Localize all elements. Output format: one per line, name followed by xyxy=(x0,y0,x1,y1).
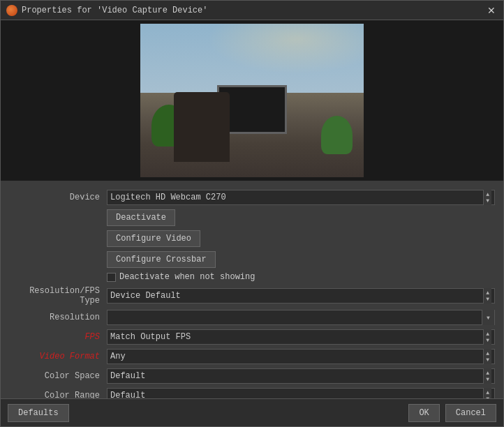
color-space-label: Color Space xyxy=(9,371,107,381)
deactivate-checkbox[interactable] xyxy=(107,273,116,282)
device-arrows[interactable]: ▲ ▼ xyxy=(483,190,491,205)
color-range-value: Default xyxy=(110,391,483,398)
app-icon xyxy=(6,5,17,16)
fps-value: Match Output FPS xyxy=(110,332,483,342)
color-space-select[interactable]: Default ▲ ▼ xyxy=(107,368,495,384)
video-format-select[interactable]: Any ▲ ▼ xyxy=(107,349,495,364)
content-area: Device Logitech HD Webcam C270 ▲ ▼ Deact… xyxy=(1,181,503,398)
device-row: Device Logitech HD Webcam C270 ▲ ▼ xyxy=(1,188,503,207)
webcam-feed xyxy=(140,24,364,177)
fps-row: FPS Match Output FPS ▲ ▼ xyxy=(1,327,503,347)
resolution-row: Resolution ▼ xyxy=(1,308,503,327)
video-format-value: Any xyxy=(110,352,483,361)
arrow-down-icon[interactable]: ▼ xyxy=(486,357,489,363)
resolution-fps-type-arrows[interactable]: ▲ ▼ xyxy=(483,288,491,304)
bottom-bar: Defaults OK Cancel xyxy=(1,398,503,426)
fps-select[interactable]: Match Output FPS ▲ ▼ xyxy=(107,329,495,345)
chair-shape xyxy=(174,92,230,162)
color-space-row: Color Space Default ▲ ▼ xyxy=(1,366,503,386)
plant-right xyxy=(321,116,353,154)
fps-label: FPS xyxy=(9,332,107,342)
resolution-arrow-down[interactable]: ▼ xyxy=(482,310,494,325)
defaults-button[interactable]: Defaults xyxy=(8,404,69,422)
arrow-down-icon[interactable]: ▼ xyxy=(486,297,489,302)
device-label: Device xyxy=(9,193,107,202)
video-format-arrows[interactable]: ▲ ▼ xyxy=(483,349,491,364)
device-select[interactable]: Logitech HD Webcam C270 ▲ ▼ xyxy=(107,190,495,205)
arrow-down-icon[interactable]: ▼ xyxy=(486,198,489,204)
deactivate-row: Deactivate xyxy=(1,207,503,228)
resolution-label: Resolution xyxy=(9,313,107,322)
arrow-up-icon[interactable]: ▲ xyxy=(486,351,489,357)
cancel-button[interactable]: Cancel xyxy=(445,404,496,422)
title-bar: Properties for 'Video Capture Device' ✕ xyxy=(1,1,503,20)
fps-arrows[interactable]: ▲ ▼ xyxy=(483,329,491,345)
deactivate-checkbox-label[interactable]: Deactivate when not showing xyxy=(107,272,255,282)
color-range-arrows[interactable]: ▲ ▼ xyxy=(483,388,491,398)
configure-crossbar-row: Configure Crossbar xyxy=(1,249,503,270)
close-button[interactable]: ✕ xyxy=(485,4,498,17)
arrow-up-icon[interactable]: ▲ xyxy=(486,290,489,296)
arrow-up-icon[interactable]: ▲ xyxy=(486,192,489,197)
arrow-up-icon[interactable]: ▲ xyxy=(486,390,489,396)
video-preview xyxy=(1,20,503,181)
dialog-window: Properties for 'Video Capture Device' ✕ … xyxy=(0,0,504,427)
arrow-down-icon[interactable]: ▼ xyxy=(486,338,489,343)
configure-video-row: Configure Video xyxy=(1,228,503,249)
configure-crossbar-button[interactable]: Configure Crossbar xyxy=(107,251,216,268)
arrow-up-icon[interactable]: ▲ xyxy=(486,331,489,337)
color-range-select[interactable]: Default ▲ ▼ xyxy=(107,388,495,398)
resolution-select[interactable]: ▼ xyxy=(107,310,495,325)
deactivate-button[interactable]: Deactivate xyxy=(107,209,175,226)
device-control: Logitech HD Webcam C270 ▲ ▼ xyxy=(107,190,495,205)
device-value: Logitech HD Webcam C270 xyxy=(110,193,483,202)
video-format-row: Video Format Any ▲ ▼ xyxy=(1,347,503,366)
resolution-fps-type-label: Resolution/FPS Type xyxy=(9,286,107,306)
resolution-fps-type-row: Resolution/FPS Type Device Default ▲ ▼ xyxy=(1,284,503,308)
configure-video-button[interactable]: Configure Video xyxy=(107,230,200,247)
deactivate-checkbox-text: Deactivate when not showing xyxy=(119,272,255,282)
arrow-up-icon[interactable]: ▲ xyxy=(486,370,489,376)
resolution-fps-type-value: Device Default xyxy=(110,291,483,301)
resolution-fps-type-select[interactable]: Device Default ▲ ▼ xyxy=(107,288,495,304)
color-space-value: Default xyxy=(110,371,483,381)
arrow-down-icon[interactable]: ▼ xyxy=(486,377,489,382)
color-range-label: Color Range xyxy=(9,391,107,398)
dialog-title: Properties for 'Video Capture Device' xyxy=(22,6,207,15)
color-space-arrows[interactable]: ▲ ▼ xyxy=(483,368,491,384)
video-format-label: Video Format xyxy=(9,352,107,361)
deactivate-checkbox-row: Deactivate when not showing xyxy=(1,270,503,284)
color-range-row: Color Range Default ▲ ▼ xyxy=(1,386,503,398)
ok-button[interactable]: OK xyxy=(408,404,439,422)
